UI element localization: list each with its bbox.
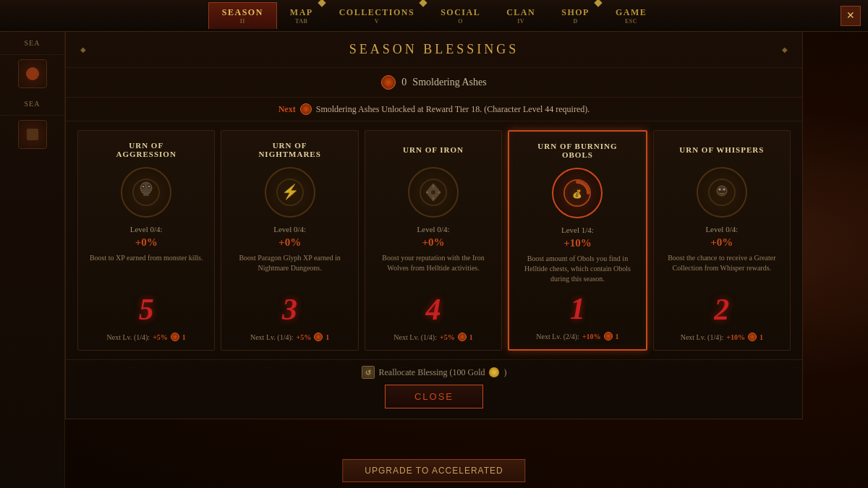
currency-row: 0 Smoldering Ashes <box>66 68 802 98</box>
blessing-icon-burning-obols: 💰 <box>552 168 603 218</box>
level-aggression: Level 0/4: <box>130 225 163 234</box>
nav-item-clan[interactable]: CLAN IV <box>493 3 548 29</box>
nav-item-game[interactable]: GAME ESC <box>603 3 660 29</box>
percent-iron: +0% <box>422 236 444 249</box>
ash-cost-whispers: 1 <box>760 333 763 341</box>
svg-rect-8 <box>143 194 149 196</box>
sidebar: SEA SEA <box>0 32 65 488</box>
blessing-name-nightmares: URN OFNIGHTMARES <box>258 140 320 160</box>
blessing-name-whispers: URN OF WHISPERS <box>679 140 764 160</box>
desc-nightmares: Boost Paragon Glyph XP earned in Nightma… <box>229 253 350 285</box>
ash-cost-iron: 1 <box>469 333 473 341</box>
ash-cost-nightmares: 1 <box>326 333 329 341</box>
upgrade-accelerated-button[interactable]: Upgrade to Accelerated <box>342 459 525 482</box>
blessing-icon-whispers <box>697 167 747 218</box>
close-button[interactable]: ✕ <box>841 6 861 26</box>
next-ash-icon <box>300 103 312 115</box>
next-label: Next <box>278 104 296 115</box>
next-lv-whispers: Next Lv. (1/4): +10% 1 <box>681 333 763 341</box>
nav-label-season: SEASON <box>222 7 263 18</box>
blessings-grid: URN OFAGGRESSION Level 0/4: +0% Boost to… <box>66 121 802 359</box>
big-number-whispers: 2 <box>714 292 729 327</box>
next-lv-nightmares: Next Lv. (1/4): +5% 1 <box>250 333 329 341</box>
sidebar-tab-sea1[interactable]: SEA <box>0 32 64 55</box>
currency-count: 0 <box>401 77 407 88</box>
close-button[interactable]: Close <box>385 385 483 408</box>
desc-whispers: Boost the chance to receive a Greater Co… <box>661 253 783 285</box>
blessing-card-aggression[interactable]: URN OFAGGRESSION Level 0/4: +0% Boost to… <box>77 130 215 351</box>
sidebar-icon-1 <box>18 59 47 88</box>
blessing-card-iron[interactable]: URN OF IRON Level 0/4: +0% Boost your re… <box>365 130 502 351</box>
blessing-icon-iron <box>408 167 459 218</box>
map-diamond-icon <box>318 0 326 7</box>
next-unlock-text: Smoldering Ashes Unlocked at Reward Tier… <box>316 104 590 115</box>
svg-point-23 <box>718 189 720 191</box>
nav-shortcut-social: O <box>458 18 463 25</box>
nav-shortcut-season: II <box>240 18 245 25</box>
nav-label-shop: SHOP <box>561 7 590 18</box>
sidebar-tab-sea2[interactable]: SEA <box>0 93 64 116</box>
percent-nightmares: +0% <box>278 236 301 249</box>
nav-label-game: GAME <box>616 7 647 18</box>
nav-item-season[interactable]: SEASON II <box>208 2 277 29</box>
svg-point-6 <box>142 186 144 187</box>
modal-title-bar: SEASON BLESSINGS <box>66 32 802 68</box>
nav-label-clan: CLAN <box>506 7 535 18</box>
blessing-name-burning-obols: URN OF BURNINGOBOLS <box>537 140 617 160</box>
blessing-card-burning-obols[interactable]: URN OF BURNINGOBOLS 💰 Level 1/4: +10% Bo… <box>508 130 647 351</box>
level-burning-obols: Level 1/4: <box>561 226 594 234</box>
ash-cost-icon-burning-obols <box>604 332 613 341</box>
blessing-icon-nightmares: ⚡ <box>265 167 315 218</box>
shop-diamond-icon <box>594 0 602 7</box>
bottom-actions: ↺ Reallocate Blessing (100 Gold ) Close <box>66 359 802 419</box>
desc-aggression: Boost to XP earned from monster kills. <box>90 253 203 285</box>
nav-item-shop[interactable]: SHOP D <box>548 3 603 29</box>
blessing-name-iron: URN OF IRON <box>403 140 464 160</box>
smoldering-ash-icon <box>381 75 396 90</box>
modal-title: SEASON BLESSINGS <box>349 42 519 57</box>
svg-point-0 <box>26 67 39 80</box>
blessing-name-aggression: URN OFAGGRESSION <box>116 140 176 160</box>
blessing-card-whispers[interactable]: URN OF WHISPERS Level 0/4: +0% Boost the… <box>653 130 791 351</box>
reallocate-row[interactable]: ↺ Reallocate Blessing (100 Gold ) <box>362 366 507 379</box>
level-nightmares: Level 0/4: <box>273 225 306 234</box>
nav-item-social[interactable]: SOCIAL O <box>427 3 493 29</box>
nav-item-collections[interactable]: COLLECTIONS V <box>326 3 428 29</box>
nav-item-map[interactable]: MAP TAB <box>277 3 326 29</box>
svg-point-7 <box>148 186 150 187</box>
level-whispers: Level 0/4: <box>705 225 738 234</box>
currency-name: Smoldering Ashes <box>412 77 486 88</box>
level-iron: Level 0/4: <box>417 225 450 234</box>
svg-point-24 <box>723 189 725 191</box>
nav-shortcut-game: ESC <box>625 18 637 25</box>
nav-shortcut-collections: V <box>375 18 379 25</box>
nav-shortcut-clan: IV <box>517 18 524 25</box>
sidebar-icon-2 <box>18 120 47 149</box>
nav-label-collections: COLLECTIONS <box>339 7 415 18</box>
ash-cost-burning-obols: 1 <box>616 333 619 341</box>
nav-label-map: MAP <box>290 7 313 18</box>
big-number-iron: 4 <box>426 292 441 327</box>
reallocate-paren: ) <box>503 367 506 378</box>
season-blessings-modal: SEASON BLESSINGS 0 Smoldering Ashes Next… <box>65 32 803 419</box>
next-lv-aggression: Next Lv. (1/4): +5% 1 <box>107 333 186 341</box>
collections-diamond-icon <box>420 0 427 7</box>
blessing-card-nightmares[interactable]: URN OFNIGHTMARES ⚡ Level 0/4: +0% Boost … <box>221 130 358 351</box>
percent-burning-obols: +10% <box>563 237 592 249</box>
desc-burning-obols: Boost amount of Obols you find in Hellti… <box>516 254 638 284</box>
percent-aggression: +0% <box>135 236 158 249</box>
big-number-aggression: 5 <box>139 292 154 327</box>
next-lv-burning-obols: Next Lv. (2/4): +10% 1 <box>536 332 618 341</box>
ash-cost-icon-nightmares <box>314 333 323 341</box>
next-lv-iron: Next Lv. (1/4): +5% 1 <box>393 333 472 341</box>
svg-rect-1 <box>27 129 38 140</box>
desc-iron: Boost your reputation with the Iron Wolv… <box>373 253 494 285</box>
gold-icon <box>489 367 499 377</box>
big-number-burning-obols: 1 <box>570 291 585 326</box>
svg-point-12 <box>430 189 436 195</box>
blessing-icon-aggression <box>121 167 171 218</box>
upgrade-bar: Upgrade to Accelerated <box>342 459 525 482</box>
reallocate-label: Reallocate Blessing (100 Gold <box>379 367 485 378</box>
ash-cost-icon-aggression <box>171 333 179 341</box>
percent-whispers: +0% <box>710 236 733 249</box>
